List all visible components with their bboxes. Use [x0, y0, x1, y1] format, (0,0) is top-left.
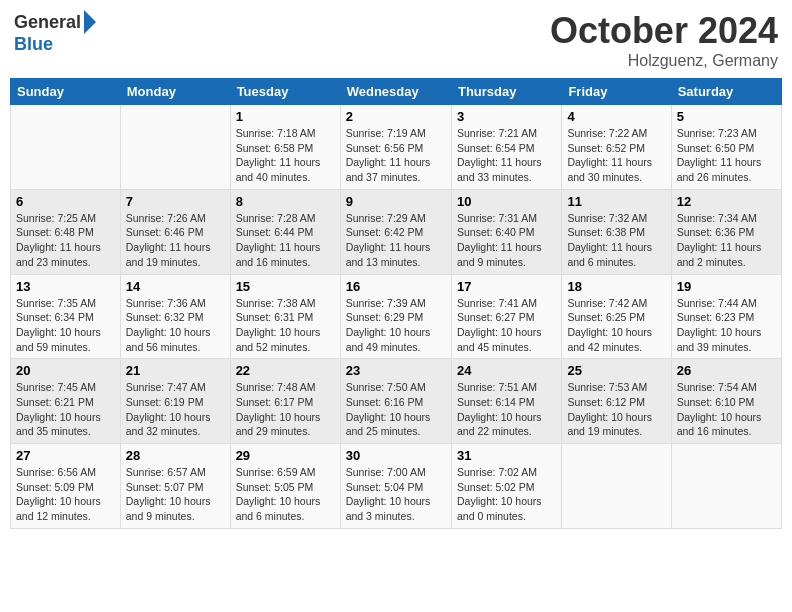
day-info: Sunrise: 7:44 AMSunset: 6:23 PMDaylight:…	[677, 296, 776, 355]
day-number: 21	[126, 363, 225, 378]
day-info: Sunrise: 7:36 AMSunset: 6:32 PMDaylight:…	[126, 296, 225, 355]
day-number: 10	[457, 194, 556, 209]
day-info: Sunrise: 6:56 AMSunset: 5:09 PMDaylight:…	[16, 465, 115, 524]
calendar-header-monday: Monday	[120, 79, 230, 105]
day-number: 2	[346, 109, 446, 124]
day-info: Sunrise: 7:21 AMSunset: 6:54 PMDaylight:…	[457, 126, 556, 185]
logo-blue-text: Blue	[14, 34, 53, 55]
day-info: Sunrise: 7:38 AMSunset: 6:31 PMDaylight:…	[236, 296, 335, 355]
day-number: 22	[236, 363, 335, 378]
calendar-day-cell	[120, 105, 230, 190]
day-info: Sunrise: 7:28 AMSunset: 6:44 PMDaylight:…	[236, 211, 335, 270]
calendar-day-cell: 17Sunrise: 7:41 AMSunset: 6:27 PMDayligh…	[451, 274, 561, 359]
day-number: 23	[346, 363, 446, 378]
day-info: Sunrise: 7:23 AMSunset: 6:50 PMDaylight:…	[677, 126, 776, 185]
day-info: Sunrise: 7:26 AMSunset: 6:46 PMDaylight:…	[126, 211, 225, 270]
calendar-header-friday: Friday	[562, 79, 671, 105]
day-number: 29	[236, 448, 335, 463]
logo-triangle-icon	[84, 10, 96, 34]
day-number: 17	[457, 279, 556, 294]
calendar-day-cell: 12Sunrise: 7:34 AMSunset: 6:36 PMDayligh…	[671, 189, 781, 274]
day-number: 25	[567, 363, 665, 378]
calendar-day-cell: 24Sunrise: 7:51 AMSunset: 6:14 PMDayligh…	[451, 359, 561, 444]
day-number: 28	[126, 448, 225, 463]
calendar-day-cell: 14Sunrise: 7:36 AMSunset: 6:32 PMDayligh…	[120, 274, 230, 359]
day-number: 8	[236, 194, 335, 209]
day-number: 24	[457, 363, 556, 378]
calendar-day-cell: 29Sunrise: 6:59 AMSunset: 5:05 PMDayligh…	[230, 444, 340, 529]
calendar-day-cell: 28Sunrise: 6:57 AMSunset: 5:07 PMDayligh…	[120, 444, 230, 529]
calendar-day-cell: 11Sunrise: 7:32 AMSunset: 6:38 PMDayligh…	[562, 189, 671, 274]
day-number: 1	[236, 109, 335, 124]
day-info: Sunrise: 7:34 AMSunset: 6:36 PMDaylight:…	[677, 211, 776, 270]
calendar-day-cell: 31Sunrise: 7:02 AMSunset: 5:02 PMDayligh…	[451, 444, 561, 529]
day-number: 31	[457, 448, 556, 463]
day-number: 5	[677, 109, 776, 124]
day-info: Sunrise: 7:18 AMSunset: 6:58 PMDaylight:…	[236, 126, 335, 185]
day-info: Sunrise: 7:19 AMSunset: 6:56 PMDaylight:…	[346, 126, 446, 185]
day-info: Sunrise: 7:53 AMSunset: 6:12 PMDaylight:…	[567, 380, 665, 439]
day-info: Sunrise: 7:02 AMSunset: 5:02 PMDaylight:…	[457, 465, 556, 524]
logo-general-text: General	[14, 12, 81, 33]
page-header: General Blue October 2024 Holzguenz, Ger…	[10, 10, 782, 70]
calendar-day-cell: 20Sunrise: 7:45 AMSunset: 6:21 PMDayligh…	[11, 359, 121, 444]
calendar-day-cell: 10Sunrise: 7:31 AMSunset: 6:40 PMDayligh…	[451, 189, 561, 274]
calendar-week-row: 6Sunrise: 7:25 AMSunset: 6:48 PMDaylight…	[11, 189, 782, 274]
calendar-header-row: SundayMondayTuesdayWednesdayThursdayFrid…	[11, 79, 782, 105]
calendar-day-cell: 22Sunrise: 7:48 AMSunset: 6:17 PMDayligh…	[230, 359, 340, 444]
day-number: 18	[567, 279, 665, 294]
day-info: Sunrise: 7:32 AMSunset: 6:38 PMDaylight:…	[567, 211, 665, 270]
day-info: Sunrise: 7:22 AMSunset: 6:52 PMDaylight:…	[567, 126, 665, 185]
day-info: Sunrise: 7:51 AMSunset: 6:14 PMDaylight:…	[457, 380, 556, 439]
calendar-day-cell	[11, 105, 121, 190]
calendar-day-cell: 16Sunrise: 7:39 AMSunset: 6:29 PMDayligh…	[340, 274, 451, 359]
calendar-week-row: 1Sunrise: 7:18 AMSunset: 6:58 PMDaylight…	[11, 105, 782, 190]
calendar-day-cell: 5Sunrise: 7:23 AMSunset: 6:50 PMDaylight…	[671, 105, 781, 190]
day-number: 7	[126, 194, 225, 209]
day-info: Sunrise: 7:35 AMSunset: 6:34 PMDaylight:…	[16, 296, 115, 355]
calendar-week-row: 20Sunrise: 7:45 AMSunset: 6:21 PMDayligh…	[11, 359, 782, 444]
calendar-day-cell: 18Sunrise: 7:42 AMSunset: 6:25 PMDayligh…	[562, 274, 671, 359]
day-info: Sunrise: 7:42 AMSunset: 6:25 PMDaylight:…	[567, 296, 665, 355]
day-number: 11	[567, 194, 665, 209]
calendar-day-cell: 26Sunrise: 7:54 AMSunset: 6:10 PMDayligh…	[671, 359, 781, 444]
calendar-day-cell: 30Sunrise: 7:00 AMSunset: 5:04 PMDayligh…	[340, 444, 451, 529]
day-number: 14	[126, 279, 225, 294]
calendar-day-cell: 3Sunrise: 7:21 AMSunset: 6:54 PMDaylight…	[451, 105, 561, 190]
calendar-day-cell: 15Sunrise: 7:38 AMSunset: 6:31 PMDayligh…	[230, 274, 340, 359]
day-info: Sunrise: 7:31 AMSunset: 6:40 PMDaylight:…	[457, 211, 556, 270]
day-info: Sunrise: 7:29 AMSunset: 6:42 PMDaylight:…	[346, 211, 446, 270]
day-number: 30	[346, 448, 446, 463]
calendar-table: SundayMondayTuesdayWednesdayThursdayFrid…	[10, 78, 782, 529]
calendar-week-row: 27Sunrise: 6:56 AMSunset: 5:09 PMDayligh…	[11, 444, 782, 529]
day-info: Sunrise: 7:45 AMSunset: 6:21 PMDaylight:…	[16, 380, 115, 439]
day-info: Sunrise: 7:00 AMSunset: 5:04 PMDaylight:…	[346, 465, 446, 524]
calendar-day-cell: 4Sunrise: 7:22 AMSunset: 6:52 PMDaylight…	[562, 105, 671, 190]
calendar-day-cell: 1Sunrise: 7:18 AMSunset: 6:58 PMDaylight…	[230, 105, 340, 190]
day-info: Sunrise: 6:59 AMSunset: 5:05 PMDaylight:…	[236, 465, 335, 524]
calendar-header-thursday: Thursday	[451, 79, 561, 105]
day-info: Sunrise: 7:50 AMSunset: 6:16 PMDaylight:…	[346, 380, 446, 439]
day-info: Sunrise: 7:41 AMSunset: 6:27 PMDaylight:…	[457, 296, 556, 355]
day-number: 15	[236, 279, 335, 294]
day-info: Sunrise: 7:48 AMSunset: 6:17 PMDaylight:…	[236, 380, 335, 439]
day-number: 26	[677, 363, 776, 378]
location-subtitle: Holzguenz, Germany	[550, 52, 778, 70]
calendar-header-saturday: Saturday	[671, 79, 781, 105]
day-number: 13	[16, 279, 115, 294]
calendar-header-tuesday: Tuesday	[230, 79, 340, 105]
calendar-day-cell: 25Sunrise: 7:53 AMSunset: 6:12 PMDayligh…	[562, 359, 671, 444]
day-info: Sunrise: 6:57 AMSunset: 5:07 PMDaylight:…	[126, 465, 225, 524]
day-info: Sunrise: 7:39 AMSunset: 6:29 PMDaylight:…	[346, 296, 446, 355]
day-number: 19	[677, 279, 776, 294]
calendar-day-cell: 8Sunrise: 7:28 AMSunset: 6:44 PMDaylight…	[230, 189, 340, 274]
calendar-day-cell: 9Sunrise: 7:29 AMSunset: 6:42 PMDaylight…	[340, 189, 451, 274]
day-number: 16	[346, 279, 446, 294]
day-number: 9	[346, 194, 446, 209]
calendar-day-cell: 2Sunrise: 7:19 AMSunset: 6:56 PMDaylight…	[340, 105, 451, 190]
calendar-day-cell: 7Sunrise: 7:26 AMSunset: 6:46 PMDaylight…	[120, 189, 230, 274]
day-number: 27	[16, 448, 115, 463]
day-number: 4	[567, 109, 665, 124]
calendar-week-row: 13Sunrise: 7:35 AMSunset: 6:34 PMDayligh…	[11, 274, 782, 359]
calendar-day-cell	[562, 444, 671, 529]
